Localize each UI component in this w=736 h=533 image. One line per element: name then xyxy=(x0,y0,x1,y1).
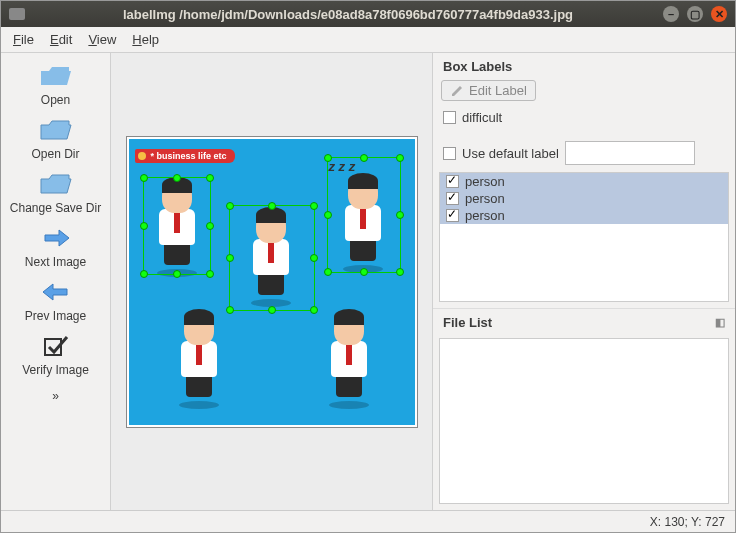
box-labels-header: Box Labels xyxy=(433,53,735,78)
menu-view[interactable]: View xyxy=(80,28,124,51)
statusbar: X: 130; Y: 727 xyxy=(1,510,735,532)
folder-icon xyxy=(38,117,74,143)
right-panel: Box Labels Edit Label difficult Use defa… xyxy=(433,53,735,510)
arrow-right-icon xyxy=(38,225,74,251)
edit-label-text: Edit Label xyxy=(469,83,527,98)
open-dir-label: Open Dir xyxy=(31,147,79,161)
label-text: person xyxy=(465,191,505,206)
maximize-button[interactable]: ▢ xyxy=(687,6,703,22)
menubar: File Edit View Help xyxy=(1,27,735,53)
label-text: person xyxy=(465,174,505,189)
prev-image-button[interactable]: Prev Image xyxy=(1,275,110,327)
folder-icon xyxy=(38,63,74,89)
menu-help[interactable]: Help xyxy=(124,28,167,51)
difficult-checkbox[interactable] xyxy=(443,111,456,124)
detach-icon[interactable]: ◧ xyxy=(715,316,725,329)
open-dir-button[interactable]: Open Dir xyxy=(1,113,110,165)
verify-image-label: Verify Image xyxy=(22,363,89,377)
window-title: labelImg /home/jdm/Downloads/e08ad8a78f0… xyxy=(33,7,663,22)
minimize-button[interactable]: – xyxy=(663,6,679,22)
cursor-coords: X: 130; Y: 727 xyxy=(650,515,725,529)
bbox[interactable] xyxy=(143,177,211,275)
prev-image-label: Prev Image xyxy=(25,309,86,323)
image-canvas[interactable]: * business life etc z z z xyxy=(129,139,415,425)
label-text: person xyxy=(465,208,505,223)
app-icon xyxy=(9,8,25,20)
difficult-label: difficult xyxy=(462,110,502,125)
change-save-dir-label: Change Save Dir xyxy=(10,201,101,215)
next-image-button[interactable]: Next Image xyxy=(1,221,110,273)
pencil-icon xyxy=(450,84,464,98)
menu-edit[interactable]: Edit xyxy=(42,28,80,51)
label-checkbox[interactable] xyxy=(446,175,459,188)
label-checkbox[interactable] xyxy=(446,209,459,222)
next-image-label: Next Image xyxy=(25,255,86,269)
toolbar: Open Open Dir Change Save Dir Next Image xyxy=(1,53,111,510)
image-ribbon: * business life etc xyxy=(135,149,235,163)
use-default-checkbox[interactable] xyxy=(443,147,456,160)
close-button[interactable]: ✕ xyxy=(711,6,727,22)
default-label-input[interactable] xyxy=(565,141,695,165)
label-list[interactable]: person person person xyxy=(439,172,729,302)
bbox[interactable] xyxy=(327,157,401,273)
edit-label-button[interactable]: Edit Label xyxy=(441,80,536,101)
verify-image-button[interactable]: Verify Image xyxy=(1,329,110,381)
label-checkbox[interactable] xyxy=(446,192,459,205)
folder-icon xyxy=(38,171,74,197)
titlebar: labelImg /home/jdm/Downloads/e08ad8a78f0… xyxy=(1,1,735,27)
bbox[interactable] xyxy=(229,205,315,311)
arrow-left-icon xyxy=(38,279,74,305)
checkbox-icon xyxy=(38,333,74,359)
label-item[interactable]: person xyxy=(440,190,728,207)
toolbar-overflow-icon[interactable]: » xyxy=(1,383,110,409)
canvas-area[interactable]: * business life etc z z z xyxy=(111,53,433,510)
use-default-label: Use default label xyxy=(462,146,559,161)
label-item[interactable]: person xyxy=(440,207,728,224)
file-list[interactable] xyxy=(439,338,729,504)
open-label: Open xyxy=(41,93,70,107)
change-save-dir-button[interactable]: Change Save Dir xyxy=(1,167,110,219)
label-item[interactable]: person xyxy=(440,173,728,190)
open-button[interactable]: Open xyxy=(1,59,110,111)
file-list-header: File List xyxy=(443,315,492,330)
menu-file[interactable]: File xyxy=(5,28,42,51)
